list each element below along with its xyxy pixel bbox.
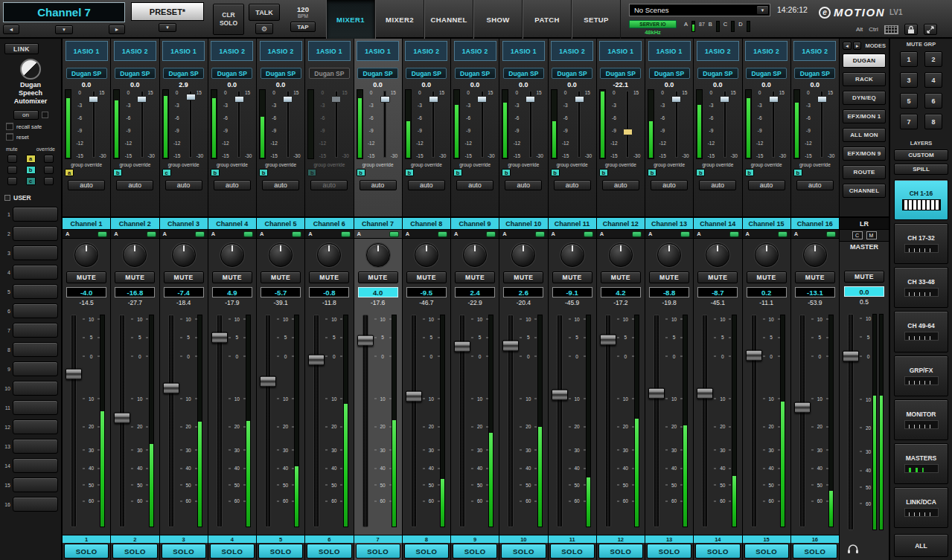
master-m-button[interactable]: M <box>866 231 877 239</box>
user-assignable-button[interactable] <box>13 477 58 492</box>
user-assignable-button[interactable] <box>13 458 58 473</box>
dugan-slider-cap[interactable] <box>283 96 293 103</box>
user-assignable-button[interactable] <box>13 207 58 222</box>
input-gain-badge[interactable] <box>632 231 642 237</box>
mute-button[interactable]: MUTE <box>66 271 106 283</box>
fader-track[interactable] <box>751 315 757 527</box>
layer-bank-button[interactable]: MASTERS <box>894 443 948 484</box>
mute-button[interactable]: MUTE <box>115 271 155 283</box>
mute-button[interactable]: MUTE <box>212 271 252 283</box>
group-badge[interactable]: b <box>453 169 462 176</box>
mute-button[interactable]: MUTE <box>358 271 398 283</box>
custom-layer-button[interactable]: CUSTOM <box>894 149 948 161</box>
solo-button[interactable]: SOLO <box>695 544 740 559</box>
dugan-sp-button[interactable]: Dugan SP <box>406 68 447 79</box>
dugan-weight-slider[interactable] <box>330 89 342 159</box>
dugan-on-button[interactable]: on <box>13 110 39 120</box>
user-assignable-button[interactable] <box>13 361 58 376</box>
talk-settings-gear-icon[interactable]: ⚙ <box>255 23 273 34</box>
mute-button[interactable]: MUTE <box>455 271 495 283</box>
pan-knob[interactable] <box>755 243 779 267</box>
group-badge[interactable]: b <box>259 169 268 176</box>
recall-safe-checkbox[interactable] <box>6 123 13 130</box>
fader-gain-readout[interactable]: 4.2 <box>601 287 641 297</box>
channel-name[interactable]: Channel 4 <box>208 218 256 230</box>
pan-knob[interactable] <box>220 243 244 267</box>
fader-track[interactable] <box>217 315 223 527</box>
layer-bank-button[interactable]: LINK/DCA <box>894 487 948 528</box>
layer-bank-button[interactable]: CH 33-48 <box>894 267 948 308</box>
solo-button[interactable]: SOLO <box>647 544 691 559</box>
fader-gain-readout[interactable]: -4.0 <box>66 287 106 297</box>
talk-button[interactable]: TALK <box>249 4 280 21</box>
group-mute-button[interactable] <box>7 177 17 185</box>
input-patch-label[interactable]: 1ASIO 2 <box>114 41 156 61</box>
user-assignable-button[interactable] <box>13 265 58 280</box>
mode-button[interactable]: EFX/MON 9 <box>843 147 886 161</box>
fader-gain-readout[interactable]: -5.7 <box>261 287 301 297</box>
channel-name[interactable]: Channel 11 <box>549 218 596 230</box>
preset-button[interactable]: PRESET* <box>131 2 204 21</box>
channel-dropdown-button[interactable]: ▼ <box>55 25 73 34</box>
pan-knob[interactable] <box>415 243 438 267</box>
pan-knob[interactable] <box>560 243 584 267</box>
dugan-sp-button[interactable]: Dugan SP <box>455 68 496 79</box>
tap-tempo-button[interactable]: TAP <box>290 22 316 32</box>
input-patch-label[interactable]: 1ASIO 2 <box>405 41 447 61</box>
solo-button[interactable]: SOLO <box>112 544 157 559</box>
user-assignable-button[interactable] <box>13 381 58 396</box>
solo-button[interactable]: SOLO <box>453 544 497 559</box>
fader-cap[interactable] <box>308 354 325 365</box>
auto-button[interactable]: auto <box>602 180 639 190</box>
mute-button[interactable]: MUTE <box>406 271 447 283</box>
input-patch-label[interactable]: 1ASIO 1 <box>66 41 108 61</box>
dugan-sp-button[interactable]: Dugan SP <box>66 68 107 79</box>
pan-knob[interactable] <box>123 243 147 267</box>
clear-solo-button[interactable]: CLR SOLO <box>213 4 244 35</box>
input-patch-label[interactable]: 1ASIO 1 <box>357 41 399 61</box>
user-assignable-button[interactable] <box>13 226 58 241</box>
input-gain-badge[interactable] <box>341 231 351 237</box>
dugan-weight-slider[interactable] <box>671 89 682 159</box>
dugan-weight-slider[interactable] <box>719 89 730 159</box>
dugan-slider-cap[interactable] <box>623 129 633 135</box>
dugan-weight-slider[interactable] <box>622 89 633 159</box>
user-assignable-button[interactable] <box>13 342 58 357</box>
input-gain-badge[interactable] <box>292 231 301 237</box>
input-patch-label[interactable]: 1ASIO 2 <box>745 41 788 61</box>
input-gain-badge[interactable] <box>389 231 399 237</box>
dugan-sp-button[interactable]: Dugan SP <box>261 68 301 79</box>
user-assignable-button[interactable] <box>13 400 58 415</box>
mute-group-button[interactable]: 1 <box>900 51 918 67</box>
channel-name[interactable]: Channel 13 <box>645 218 693 230</box>
mute-group-button[interactable]: 7 <box>900 114 918 129</box>
mute-group-button[interactable]: 2 <box>924 51 942 67</box>
fader-gain-readout[interactable]: 0.2 <box>747 287 787 297</box>
pan-knob[interactable] <box>803 243 827 267</box>
dugan-weight-slider[interactable] <box>282 89 293 159</box>
mute-button[interactable]: MUTE <box>503 271 543 283</box>
mute-group-button[interactable]: 6 <box>924 93 942 109</box>
dugan-sp-button[interactable]: Dugan SP <box>600 68 641 79</box>
group-override-button[interactable] <box>44 155 54 163</box>
mode-button[interactable]: RACK <box>843 72 886 86</box>
input-patch-label[interactable]: 1ASIO 2 <box>211 41 253 61</box>
fader-cap[interactable] <box>357 335 374 347</box>
channel-name[interactable]: Channel 12 <box>597 218 645 230</box>
fullscreen-resize-icon[interactable] <box>924 24 937 35</box>
layer-bank-button[interactable]: CH 49-64 <box>894 311 948 352</box>
input-gain-badge[interactable] <box>438 231 447 237</box>
fader-cap[interactable] <box>260 376 276 387</box>
channel-next-button[interactable]: ► <box>109 25 125 34</box>
fader-gain-readout[interactable]: -13.1 <box>795 287 835 297</box>
auto-button[interactable]: auto <box>165 180 202 190</box>
group-badge[interactable]: b <box>599 169 608 176</box>
channel-prev-button[interactable]: ◄ <box>3 25 19 34</box>
input-gain-badge[interactable] <box>195 231 205 237</box>
dugan-weight-slider[interactable] <box>428 89 439 159</box>
modes-prev-arrow[interactable]: ◄ <box>843 42 852 50</box>
fader-track[interactable] <box>313 315 319 527</box>
input-gain-badge[interactable] <box>98 231 107 237</box>
solo-button[interactable]: SOLO <box>404 544 449 559</box>
group-badge[interactable]: b <box>357 169 365 176</box>
